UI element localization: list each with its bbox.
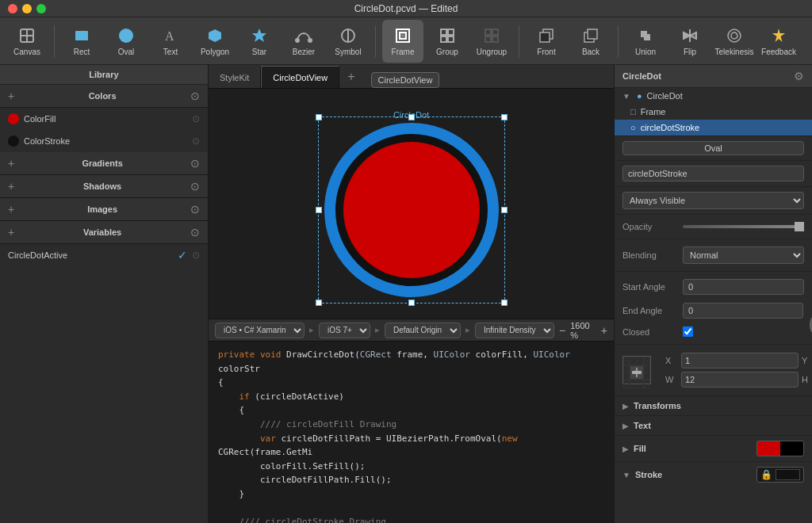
- toolbar-feedback[interactable]: Feedback: [758, 20, 799, 63]
- code-line-11: //// circleDotStroke Drawing: [218, 515, 604, 523]
- code-area[interactable]: private void DrawCircleDot(CGRect frame,…: [209, 341, 614, 523]
- toolbar-star[interactable]: Star: [239, 20, 280, 63]
- toolbar-frame[interactable]: Frame: [382, 20, 423, 63]
- handle-ml[interactable]: [316, 207, 322, 213]
- variable-circledotactive-item[interactable]: CircleDotActive ✓ ⊙: [0, 244, 208, 266]
- text-section[interactable]: ▶ Text: [615, 415, 812, 435]
- shadows-section-header[interactable]: + Shadows ⊙: [0, 175, 208, 198]
- gradients-section-header[interactable]: + Gradients ⊙: [0, 152, 208, 175]
- origin-select[interactable]: Default Origin: [385, 323, 461, 338]
- toolbar-back[interactable]: Back: [570, 20, 611, 63]
- color-fill-item[interactable]: ColorFill ⊙: [0, 108, 208, 130]
- stroke-swatch[interactable]: 🔒: [756, 467, 804, 483]
- opacity-slider[interactable]: [683, 225, 804, 228]
- stroke-expand-icon: ▼: [622, 471, 630, 479]
- pin-bl[interactable]: ·: [623, 380, 630, 388]
- images-add-icon[interactable]: +: [8, 203, 14, 216]
- toolbar-telekinesis[interactable]: Telekinesis: [714, 20, 755, 63]
- toolbar-ungroup[interactable]: Ungroup: [471, 20, 512, 63]
- colors-add-icon[interactable]: +: [8, 90, 14, 102]
- toolbar-union[interactable]: Union: [625, 20, 666, 63]
- tree-frame[interactable]: □ Frame: [615, 104, 812, 120]
- toolbar-oval[interactable]: Oval: [105, 20, 147, 63]
- images-section-header[interactable]: + Images ⊙: [0, 198, 208, 221]
- canvas-area[interactable]: CircleDot: [209, 89, 614, 319]
- density-select[interactable]: Infinite Density: [475, 323, 554, 338]
- window-controls[interactable]: [8, 4, 46, 13]
- toolbar-flip[interactable]: Flip: [669, 20, 710, 63]
- color-stroke-item[interactable]: ColorStroke ⊙: [0, 130, 208, 152]
- closed-checkbox[interactable]: [683, 326, 693, 337]
- images-option-icon[interactable]: ⊙: [190, 203, 200, 216]
- gradients-option-icon[interactable]: ⊙: [190, 157, 200, 170]
- toolbar-bezier[interactable]: Bezier: [283, 20, 324, 63]
- fill-section[interactable]: ▶ Fill: [615, 435, 812, 461]
- shadows-add-icon[interactable]: +: [8, 180, 14, 193]
- gear-icon[interactable]: ⚙: [794, 70, 804, 82]
- visibility-select[interactable]: Always Visible: [622, 192, 804, 209]
- name-input[interactable]: [622, 166, 804, 181]
- w-input[interactable]: [681, 372, 799, 387]
- handle-br[interactable]: [501, 300, 508, 306]
- colors-section-header[interactable]: + Colors ⊙: [0, 85, 208, 108]
- tab-add-button[interactable]: +: [339, 66, 362, 88]
- pin-widget[interactable]: · · · · · · · ·: [622, 356, 651, 384]
- toolbar-text[interactable]: A Text: [150, 20, 191, 63]
- handle-bl[interactable]: [316, 300, 322, 306]
- colors-option-icon[interactable]: ⊙: [190, 90, 200, 102]
- variables-add-icon[interactable]: +: [8, 226, 14, 239]
- svg-rect-23: [540, 32, 550, 42]
- pin-tr[interactable]: ·: [644, 357, 650, 365]
- toolbar-symbol[interactable]: Symbol: [327, 20, 369, 63]
- fill-expand-icon: ▶: [622, 445, 629, 453]
- pin-tm[interactable]: ·: [630, 357, 644, 365]
- color-stroke-action[interactable]: ⊙: [192, 136, 200, 147]
- transforms-expand-icon: ▶: [622, 402, 629, 410]
- variables-option-icon[interactable]: ⊙: [190, 226, 200, 239]
- handle-tr[interactable]: [501, 114, 508, 120]
- tab-circledotview[interactable]: CircleDotView: [261, 66, 339, 88]
- pin-center[interactable]: [630, 365, 644, 380]
- variable-action[interactable]: ⊙: [192, 250, 200, 261]
- x-input[interactable]: [681, 353, 799, 368]
- start-angle-input[interactable]: [683, 279, 804, 295]
- toolbar-canvas[interactable]: Canvas: [6, 20, 48, 63]
- stroke-color-box[interactable]: [776, 469, 800, 480]
- pin-tl[interactable]: ·: [623, 357, 630, 365]
- color-fill-action[interactable]: ⊙: [192, 113, 200, 124]
- shadows-option-icon[interactable]: ⊙: [190, 180, 200, 193]
- close-button[interactable]: [8, 4, 17, 13]
- handle-mr[interactable]: [501, 207, 508, 213]
- tree-circledotstroke[interactable]: ○ circleDotStroke: [615, 120, 812, 136]
- fill-swatch[interactable]: [756, 441, 804, 456]
- svg-marker-28: [690, 32, 696, 39]
- pin-bm[interactable]: ·: [630, 380, 644, 388]
- color-stroke-label: ColorStroke: [24, 136, 187, 146]
- platform-select[interactable]: iOS • C# Xamarin: [215, 323, 304, 338]
- blending-select[interactable]: Normal: [683, 246, 804, 264]
- variables-section-header[interactable]: + Variables ⊙: [0, 221, 208, 244]
- end-angle-input[interactable]: [683, 303, 803, 319]
- pin-mr[interactable]: ·: [644, 365, 650, 380]
- zoom-in-button[interactable]: +: [601, 324, 607, 337]
- pin-br[interactable]: ·: [644, 380, 650, 388]
- toolbar-rect[interactable]: Rect: [61, 20, 102, 63]
- tab-stylekit[interactable]: StyleKit: [209, 66, 261, 88]
- svg-marker-6: [209, 29, 221, 42]
- circle-frame[interactable]: [324, 123, 499, 297]
- toolbar-front[interactable]: Front: [526, 20, 567, 63]
- version-select[interactable]: iOS 7+: [319, 323, 370, 338]
- code-line-8: circleDotFillPath.Fill();: [218, 473, 604, 487]
- minimize-button[interactable]: [22, 4, 32, 13]
- handle-bm[interactable]: [408, 300, 415, 306]
- toolbar-polygon[interactable]: Polygon: [194, 20, 236, 63]
- transforms-section[interactable]: ▶ Transforms: [615, 395, 812, 415]
- handle-tl[interactable]: [316, 114, 322, 120]
- stroke-section[interactable]: ▼ Stroke 🔒: [615, 461, 812, 487]
- gradients-add-icon[interactable]: +: [8, 157, 14, 170]
- tree-circledot[interactable]: ▼ ● CircleDot: [615, 88, 812, 104]
- zoom-out-button[interactable]: −: [559, 324, 565, 337]
- maximize-button[interactable]: [36, 4, 46, 13]
- toolbar-group[interactable]: Group: [427, 20, 468, 63]
- pin-ml[interactable]: ·: [623, 365, 630, 380]
